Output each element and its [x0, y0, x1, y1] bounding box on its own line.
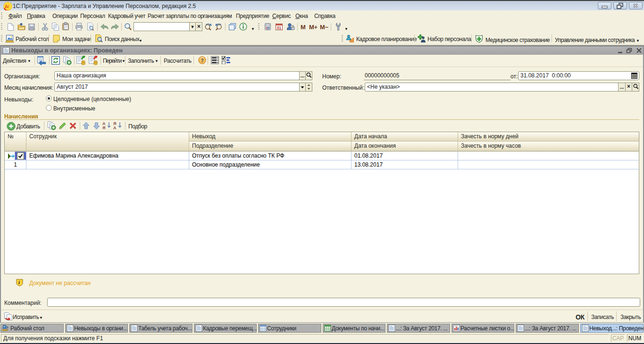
svg-text:31: 31 [277, 25, 282, 30]
svg-text:А: А [113, 126, 117, 130]
svg-text:?: ? [201, 58, 204, 63]
svg-text:Я: Я [102, 126, 105, 130]
svg-text:1с: 1с [5, 4, 9, 9]
